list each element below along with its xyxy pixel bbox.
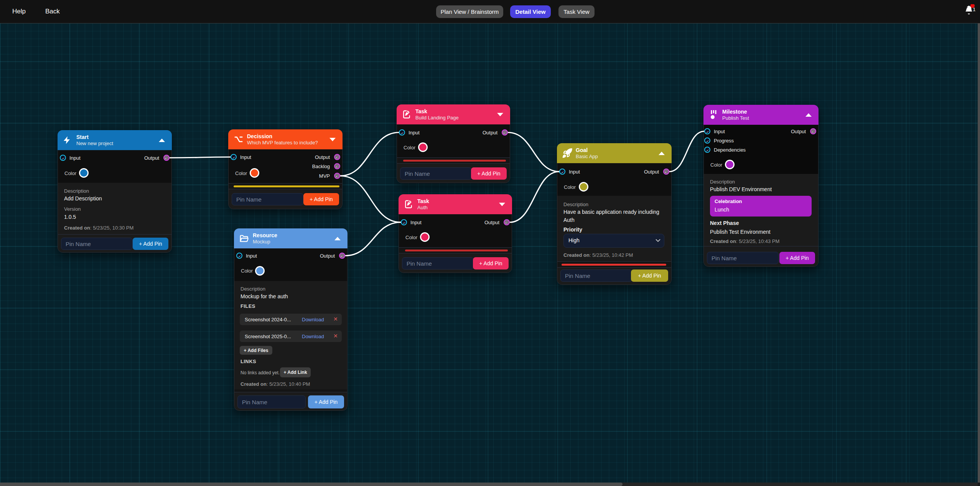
svg-text:1: 1 — [973, 7, 976, 12]
